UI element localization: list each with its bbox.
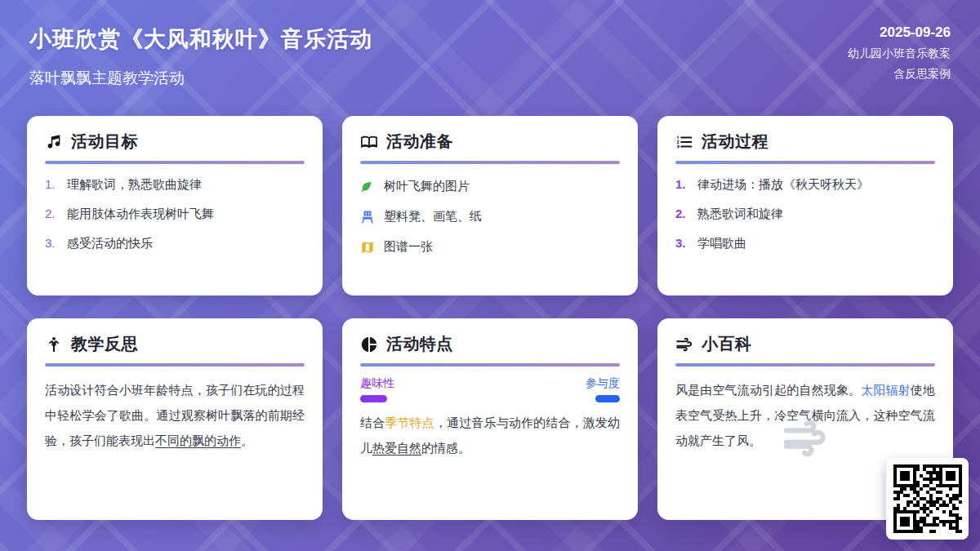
item-text: 能用肢体动作表现树叶飞舞 bbox=[67, 207, 214, 222]
text-part: 的情感。 bbox=[421, 441, 470, 455]
list-item: 2.熟悉歌词和旋律 bbox=[675, 207, 935, 222]
card-teaching-reflection: 教学反思 活动设计符合小班年龄特点，孩子们在玩的过程中轻松学会了歌曲。通过观察树… bbox=[27, 318, 323, 520]
wind-icon bbox=[675, 335, 693, 353]
music-note-icon bbox=[45, 133, 63, 151]
open-book-icon bbox=[360, 133, 378, 151]
pie-chart-icon bbox=[360, 335, 378, 353]
header-left: 小班欣赏《大风和秋叶》音乐活动 落叶飘飘主题教学活动 bbox=[29, 24, 372, 89]
page-subtitle: 落叶飘飘主题教学活动 bbox=[29, 68, 372, 89]
map-icon bbox=[360, 240, 375, 255]
item-number: 2. bbox=[45, 207, 60, 222]
wind-watermark-icon bbox=[782, 415, 829, 462]
header-right: 2025-09-26 幼儿园小班音乐教案 含反思案例 bbox=[848, 24, 951, 82]
list-item: 3.感受活动的快乐 bbox=[45, 236, 305, 251]
card-title: 活动准备 bbox=[386, 131, 453, 153]
text-part: 风是由空气流动引起的自然现象。 bbox=[675, 383, 861, 397]
card-title: 活动特点 bbox=[386, 333, 453, 355]
item-text: 理解歌词，熟悉歌曲旋律 bbox=[67, 177, 202, 193]
qr-code bbox=[886, 458, 969, 540]
item-text: 塑料凳、画笔、纸 bbox=[384, 209, 482, 224]
card-encyclopedia-header: 小百科 bbox=[675, 333, 935, 355]
item-text: 树叶飞舞的图片 bbox=[384, 179, 470, 194]
card-goals-header: 活动目标 bbox=[45, 131, 305, 153]
card-features-header: 活动特点 bbox=[360, 333, 620, 355]
underlined-text: 热爱自然 bbox=[372, 441, 421, 455]
gradient-rule bbox=[675, 363, 935, 367]
tag-progress-pill bbox=[360, 395, 387, 402]
underlined-text: 不同的飘的动作 bbox=[155, 433, 241, 447]
features-text: 结合季节特点，通过音乐与动作的结合，激发幼儿热爱自然的情感。 bbox=[360, 411, 620, 461]
list-item: 树叶飞舞的图片 bbox=[360, 179, 620, 194]
gradient-rule bbox=[675, 161, 935, 164]
goals-list: 1.理解歌词，熟悉歌曲旋律 2.能用肢体动作表现树叶飞舞 3.感受活动的快乐 bbox=[45, 177, 305, 251]
card-title: 活动过程 bbox=[702, 131, 768, 153]
prep-list: 树叶飞舞的图片 塑料凳、画笔、纸 图谱一张 bbox=[360, 179, 620, 255]
qr-code-image bbox=[893, 464, 962, 533]
gradient-rule bbox=[45, 363, 305, 367]
page-title: 小班欣赏《大风和秋叶》音乐活动 bbox=[29, 24, 372, 54]
reflection-text: 活动设计符合小班年龄特点，孩子们在玩的过程中轻松学会了歌曲。通过观察树叶飘落的前… bbox=[45, 378, 305, 453]
gradient-rule bbox=[360, 363, 620, 367]
text-part: 。 bbox=[241, 433, 253, 447]
solar-radiation-link[interactable]: 太阳辐射 bbox=[861, 383, 911, 397]
list-item: 1.理解歌词，熟悉歌曲旋律 bbox=[45, 177, 305, 193]
tag-participation: 参与度 bbox=[586, 376, 620, 402]
date-label: 2025-09-26 bbox=[848, 24, 951, 41]
card-title: 教学反思 bbox=[71, 333, 138, 355]
card-title: 活动目标 bbox=[71, 131, 138, 153]
item-text: 感受活动的快乐 bbox=[67, 236, 153, 251]
meta-line-1: 幼儿园小班音乐教案 bbox=[848, 47, 951, 61]
card-title: 小百科 bbox=[702, 333, 752, 355]
list-item: 1.律动进场：播放《秋天呀秋天》 bbox=[675, 177, 935, 193]
card-reflection-header: 教学反思 bbox=[45, 333, 305, 355]
tag-progress-pill bbox=[595, 395, 620, 402]
card-grid: 活动目标 1.理解歌词，熟悉歌曲旋律 2.能用肢体动作表现树叶飞舞 3.感受活动… bbox=[27, 116, 953, 520]
list-item: 塑料凳、画笔、纸 bbox=[360, 209, 620, 224]
item-number: 3. bbox=[675, 236, 690, 251]
item-text: 律动进场：播放《秋天呀秋天》 bbox=[697, 177, 869, 193]
card-activity-features: 活动特点 趣味性 参与度 结合季节特点，通过音乐与动作的结合，激发幼儿热爱自然的… bbox=[342, 318, 638, 520]
page-header: 小班欣赏《大风和秋叶》音乐活动 落叶飘飘主题教学活动 2025-09-26 幼儿… bbox=[29, 24, 951, 89]
card-activity-goals: 活动目标 1.理解歌词，熟悉歌曲旋律 2.能用肢体动作表现树叶飞舞 3.感受活动… bbox=[27, 116, 323, 295]
list-item: 图谱一张 bbox=[360, 239, 620, 255]
item-text: 图谱一张 bbox=[384, 239, 433, 255]
item-number: 3. bbox=[45, 236, 60, 251]
card-process-header: 活动过程 bbox=[675, 131, 935, 153]
item-text: 学唱歌曲 bbox=[697, 236, 746, 251]
meta-line-2: 含反思案例 bbox=[848, 67, 951, 82]
item-number: 2. bbox=[675, 207, 690, 222]
list-item: 2.能用肢体动作表现树叶飞舞 bbox=[45, 207, 305, 222]
child-icon bbox=[45, 335, 63, 353]
gradient-rule bbox=[360, 161, 620, 164]
card-prep-header: 活动准备 bbox=[360, 131, 620, 153]
tag-fun: 趣味性 bbox=[360, 376, 394, 402]
item-text: 熟悉歌词和旋律 bbox=[697, 207, 783, 222]
process-list: 1.律动进场：播放《秋天呀秋天》 2.熟悉歌词和旋律 3.学唱歌曲 bbox=[675, 177, 935, 251]
feature-tags: 趣味性 参与度 bbox=[360, 376, 620, 402]
highlighted-text: 季节特点 bbox=[385, 415, 434, 429]
item-number: 1. bbox=[45, 177, 60, 193]
item-number: 1. bbox=[675, 177, 690, 193]
tag-label: 趣味性 bbox=[360, 376, 394, 391]
numbered-list-icon bbox=[675, 133, 693, 151]
gradient-rule bbox=[45, 161, 305, 164]
text-part: 结合 bbox=[360, 415, 385, 429]
list-item: 3.学唱歌曲 bbox=[675, 236, 935, 251]
card-activity-preparation: 活动准备 树叶飞舞的图片 塑料凳、画笔、纸 图谱一张 bbox=[342, 116, 638, 295]
leaf-icon bbox=[360, 180, 375, 194]
card-activity-process: 活动过程 1.律动进场：播放《秋天呀秋天》 2.熟悉歌词和旋律 3.学唱歌曲 bbox=[657, 116, 953, 295]
tag-label: 参与度 bbox=[586, 376, 620, 391]
chair-icon bbox=[360, 210, 375, 224]
